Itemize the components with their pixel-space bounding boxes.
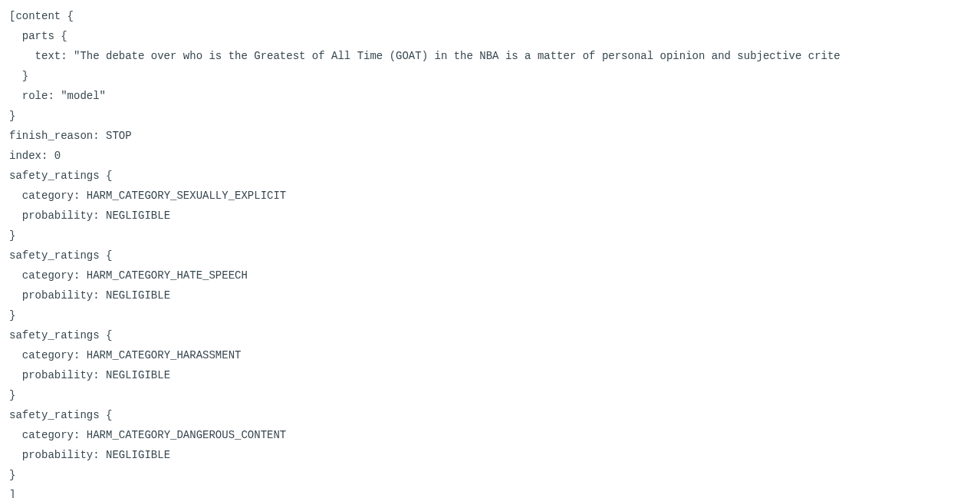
code-line: parts { — [9, 26, 971, 46]
code-line: safety_ratings { — [9, 166, 971, 186]
code-line: safety_ratings { — [9, 246, 971, 265]
code-line: } — [9, 66, 971, 86]
code-line: category: HARM_CATEGORY_SEXUALLY_EXPLICI… — [9, 186, 971, 206]
code-line: finish_reason: STOP — [9, 126, 971, 146]
code-line: index: 0 — [9, 146, 971, 166]
code-line: } — [9, 305, 971, 325]
code-line: safety_ratings { — [9, 405, 971, 425]
code-line: role: "model" — [9, 86, 971, 106]
code-block: [content { parts { text: "The debate ove… — [9, 6, 971, 498]
code-line: category: HARM_CATEGORY_HARASSMENT — [9, 345, 971, 365]
code-line: ] — [9, 485, 971, 498]
code-line: } — [9, 106, 971, 126]
code-line: [content { — [9, 6, 971, 26]
code-line: probability: NEGLIGIBLE — [9, 206, 971, 226]
code-line: probability: NEGLIGIBLE — [9, 285, 971, 305]
code-line: } — [9, 385, 971, 405]
code-line: text: "The debate over who is the Greate… — [9, 46, 971, 66]
code-line: category: HARM_CATEGORY_HATE_SPEECH — [9, 265, 971, 285]
code-line: safety_ratings { — [9, 325, 971, 345]
code-line: } — [9, 226, 971, 246]
code-line: } — [9, 465, 971, 485]
code-line: probability: NEGLIGIBLE — [9, 365, 971, 385]
code-line: probability: NEGLIGIBLE — [9, 445, 971, 465]
code-line: category: HARM_CATEGORY_DANGEROUS_CONTEN… — [9, 425, 971, 445]
